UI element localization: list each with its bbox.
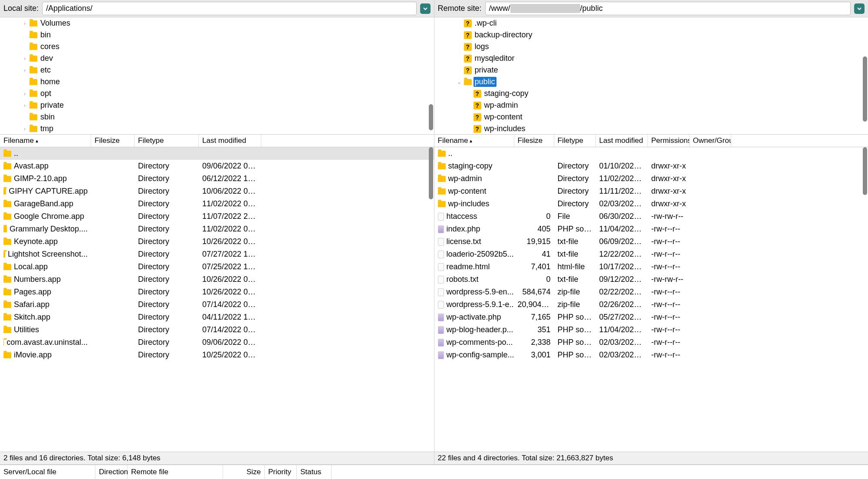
scrollbar-thumb[interactable]	[429, 104, 433, 130]
list-item[interactable]: wordpress-5.9.1-e...20,904,4...zip-file0…	[434, 298, 868, 311]
file-type: Directory	[554, 161, 596, 172]
folder-icon	[3, 201, 11, 207]
file-size	[91, 342, 135, 344]
local-tree[interactable]: ›Volumesbincores›dev›etchome›opt›private…	[0, 17, 434, 135]
list-item[interactable]: GIMP-2.10.appDirectory06/12/2022 19:1...	[0, 172, 434, 185]
tree-item[interactable]: ⌄public	[434, 76, 868, 88]
tree-item[interactable]: ›dev	[0, 53, 434, 64]
tree-item[interactable]: bin	[0, 29, 434, 41]
tree-item[interactable]: ›etc	[0, 64, 434, 76]
tree-item[interactable]: sbin	[0, 111, 434, 123]
col-permissions[interactable]: Permissions	[648, 135, 690, 147]
tree-item[interactable]: ›opt	[0, 88, 434, 99]
tree-item[interactable]: ?.wp-cli	[434, 17, 868, 29]
queue-col-priority[interactable]: Priority	[265, 465, 297, 479]
col-filetype[interactable]: Filetype	[554, 135, 596, 147]
list-item[interactable]: license.txt19,915txt-file06/09/2022 ...-…	[434, 235, 868, 248]
col-filesize[interactable]: Filesize	[514, 135, 554, 147]
col-filetype[interactable]: Filetype	[135, 135, 199, 147]
tree-item[interactable]: ?private	[434, 64, 868, 76]
list-item[interactable]: Pages.appDirectory10/26/2022 07:2...	[0, 286, 434, 298]
file-owner	[690, 329, 731, 331]
file-modified: 02/03/2022 1...	[596, 350, 648, 360]
list-item[interactable]: Keynote.appDirectory10/26/2022 07:2...	[0, 235, 434, 248]
remote-site-bar: Remote site: /www/████████████/public	[434, 0, 868, 17]
file-modified: 10/26/2022 07:1...	[199, 274, 261, 285]
list-item[interactable]: wp-contentDirectory11/11/2022 0...drwxr-…	[434, 185, 868, 198]
list-item[interactable]: staging-copyDirectory01/10/2022 0...drwx…	[434, 160, 868, 172]
file-size	[91, 216, 135, 218]
file-owner	[690, 241, 731, 243]
tree-item[interactable]: ?wp-includes	[434, 123, 868, 135]
scrollbar-thumb[interactable]	[863, 56, 867, 122]
local-file-list[interactable]: ..Avast.appDirectory09/06/2022 02:...GIM…	[0, 147, 434, 452]
list-item[interactable]: readme.html7,401html-file10/17/2022 1...…	[434, 261, 868, 273]
list-item[interactable]: ..	[0, 147, 434, 160]
tree-item[interactable]: ?wp-content	[434, 111, 868, 123]
list-item[interactable]: wp-blog-header.p...351PHP sour...11/04/2…	[434, 324, 868, 336]
tree-item[interactable]: ?staging-copy	[434, 88, 868, 99]
col-filename[interactable]: Filename▴	[0, 135, 91, 147]
tree-item[interactable]: ?mysqleditor	[434, 53, 868, 64]
remote-path-dropdown[interactable]	[854, 3, 865, 14]
file-modified: 02/03/2022 1...	[596, 198, 648, 209]
list-item[interactable]: ..	[434, 147, 868, 160]
tree-item[interactable]: ›tmp	[0, 123, 434, 135]
remote-file-list[interactable]: ..staging-copyDirectory01/10/2022 0...dr…	[434, 147, 868, 452]
queue-col-direction[interactable]: Direction	[95, 465, 128, 479]
list-item[interactable]: UtilitiesDirectory07/14/2022 04:4...	[0, 324, 434, 336]
folder-icon	[30, 56, 37, 62]
queue-col-size[interactable]: Size	[223, 465, 265, 479]
col-owner-group[interactable]: Owner/Group	[690, 135, 731, 147]
local-path-input[interactable]	[42, 2, 416, 15]
list-item[interactable]: htaccess0File06/30/2021 1...-rw-rw-r--	[434, 210, 868, 223]
list-item[interactable]: loaderio-25092b5...41txt-file12/22/2021 …	[434, 248, 868, 261]
col-filename[interactable]: Filename▴	[434, 135, 514, 147]
tree-item[interactable]: ?logs	[434, 41, 868, 53]
list-item[interactable]: Google Chrome.appDirectory11/07/2022 22:…	[0, 210, 434, 223]
list-item[interactable]: iMovie.appDirectory10/25/2022 07:4...	[0, 349, 434, 361]
scrollbar-thumb[interactable]	[863, 147, 867, 195]
list-item[interactable]: wp-adminDirectory11/02/2022 1...drwxr-xr…	[434, 172, 868, 185]
list-item[interactable]: Avast.appDirectory09/06/2022 02:...	[0, 160, 434, 172]
list-item[interactable]: wp-config-sample...3,001PHP sour...02/03…	[434, 349, 868, 361]
list-item[interactable]: wp-comments-po...2,338PHP sour...02/03/2…	[434, 336, 868, 349]
scrollbar-thumb[interactable]	[429, 147, 433, 199]
file-type: Directory	[135, 211, 199, 222]
expand-arrow-icon: ›	[22, 20, 28, 26]
tree-item-label: backup-directory	[473, 30, 534, 40]
col-last-modified[interactable]: Last modified	[199, 135, 261, 147]
tree-item[interactable]: home	[0, 76, 434, 88]
queue-col-server[interactable]: Server/Local file	[0, 465, 95, 479]
tree-item[interactable]: ?backup-directory	[434, 29, 868, 41]
tree-item[interactable]: ›private	[0, 99, 434, 111]
col-last-modified[interactable]: Last modified	[596, 135, 648, 147]
folder-icon	[3, 251, 5, 258]
list-item[interactable]: GIPHY CAPTURE.appDirectory10/06/2022 09:…	[0, 185, 434, 198]
list-item[interactable]: robots.txt0txt-file09/12/2022 1...-rw-rw…	[434, 273, 868, 286]
list-item[interactable]: wordpress-5.9-en...584,674zip-file02/22/…	[434, 286, 868, 298]
queue-col-status[interactable]: Status	[297, 465, 332, 479]
queue-col-remote[interactable]: Remote file	[128, 465, 223, 479]
local-path-dropdown[interactable]	[420, 3, 431, 14]
tree-item[interactable]: cores	[0, 41, 434, 53]
col-filesize[interactable]: Filesize	[91, 135, 135, 147]
list-item[interactable]: Lightshot Screenshot...Directory07/27/20…	[0, 248, 434, 261]
remote-path-input[interactable]: /www/████████████/public	[485, 2, 851, 15]
list-item[interactable]: Local.appDirectory07/25/2022 14:4...	[0, 261, 434, 273]
list-item[interactable]: wp-activate.php7,165PHP sour...05/27/202…	[434, 311, 868, 324]
list-item[interactable]: GarageBand.appDirectory11/02/2022 09:0..…	[0, 198, 434, 210]
list-item[interactable]: index.php405PHP sour...11/04/2020 2...-r…	[434, 223, 868, 235]
list-item[interactable]: wp-includesDirectory02/03/2022 1...drwxr…	[434, 198, 868, 210]
chevron-down-icon	[857, 6, 862, 11]
list-item[interactable]: Grammarly Desktop....Directory11/02/2022…	[0, 223, 434, 235]
list-item[interactable]: com.avast.av.uninstal...Directory09/06/2…	[0, 336, 434, 349]
list-item[interactable]: Skitch.appDirectory04/11/2022 11:2...	[0, 311, 434, 324]
tree-item[interactable]: ?wp-admin	[434, 99, 868, 111]
list-item[interactable]: Numbers.appDirectory10/26/2022 07:1...	[0, 273, 434, 286]
list-item[interactable]: Safari.appDirectory07/14/2022 04:4...	[0, 298, 434, 311]
tree-item[interactable]: ›Volumes	[0, 17, 434, 29]
remote-tree[interactable]: ?.wp-cli?backup-directory?logs?mysqledit…	[434, 17, 868, 135]
file-icon	[438, 288, 444, 296]
file-size: 20,904,4...	[514, 299, 554, 310]
